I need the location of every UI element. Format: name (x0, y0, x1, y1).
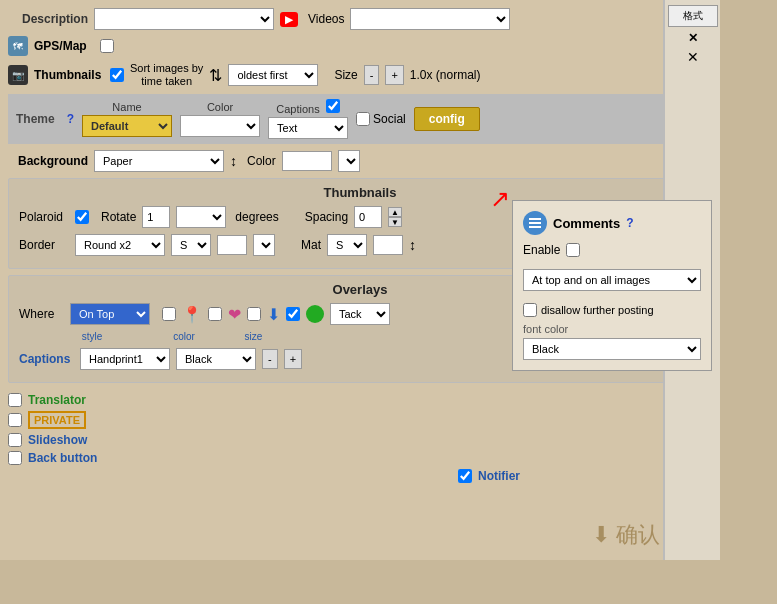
background-select[interactable]: Paper (94, 150, 224, 172)
captions-label-ov: Captions (19, 352, 74, 366)
description-label: Description (8, 12, 88, 26)
size-label-overlay: size (241, 331, 266, 342)
captions-select[interactable]: Text (268, 117, 348, 139)
color-select[interactable] (180, 115, 260, 137)
name-select[interactable]: Default (82, 115, 172, 137)
theme-label: Theme (16, 112, 55, 126)
hamburger-line2 (529, 222, 541, 224)
rotate-label: Rotate (101, 210, 136, 224)
back-button-checkbox[interactable] (8, 451, 22, 465)
polaroid-checkbox[interactable] (75, 210, 89, 224)
bg-color-select[interactable] (338, 150, 360, 172)
hamburger-line3 (529, 226, 541, 228)
translator-checkbox[interactable] (8, 393, 22, 407)
thumbnails-checkbox[interactable] (110, 68, 124, 82)
spacing-label: Spacing (305, 210, 348, 224)
captions-minus-button[interactable]: - (262, 349, 278, 369)
hamburger-line1 (529, 218, 541, 220)
background-row: Background Paper ↕ Color (8, 150, 712, 172)
slideshow-row: Slideshow (8, 433, 712, 447)
thumbnails-header-row: 📷 Thumbnails Sort images by time taken ⇅… (8, 62, 712, 88)
overlay-check1[interactable] (162, 307, 176, 321)
heart-icon: ❤ (228, 305, 241, 324)
color-label: Color (247, 154, 276, 168)
rotate-input[interactable] (142, 206, 170, 228)
sort-select[interactable]: oldest first (228, 64, 318, 86)
name-col: Name Default (82, 101, 172, 137)
hamburger-icon (523, 211, 547, 235)
spacing-spinner[interactable]: ▲ ▼ (388, 207, 402, 227)
mat-label: Mat (301, 238, 321, 252)
disallow-row: disallow further posting (523, 303, 701, 317)
download-icon: ⬇ (267, 305, 280, 324)
gps-checkbox[interactable] (100, 39, 114, 53)
overlay-check3[interactable] (247, 307, 261, 321)
spacing-input[interactable] (354, 206, 382, 228)
polaroid-label: Polaroid (19, 210, 69, 224)
border-label: Border (19, 238, 69, 252)
private-label: PRIVATE (28, 411, 86, 429)
border-select[interactable]: Round x2 (75, 234, 165, 256)
enable-checkbox[interactable] (566, 243, 580, 257)
private-checkbox[interactable] (8, 413, 22, 427)
comments-title-text: Comments (553, 216, 620, 231)
style-label: style (72, 331, 112, 342)
size-plus-button[interactable]: + (385, 65, 403, 85)
comments-panel: Comments ? Enable At top and on all imag… (512, 200, 712, 371)
theme-question-mark[interactable]: ? (67, 112, 74, 126)
pin-icon: 📍 (182, 305, 202, 324)
border-size-select[interactable]: S (171, 234, 211, 256)
videos-select[interactable] (350, 8, 510, 30)
background-label: Background (8, 154, 88, 168)
font-color-select[interactable]: Black (523, 338, 701, 360)
overlay-check4[interactable] (286, 307, 300, 321)
border-color-select[interactable] (253, 234, 275, 256)
captions-plus-button[interactable]: + (284, 349, 302, 369)
comments-dropdown[interactable]: At top and on all images (523, 269, 701, 291)
gps-label: GPS/Map (34, 39, 94, 53)
description-select[interactable] (94, 8, 274, 30)
description-row: Description ▶ Videos (8, 8, 712, 30)
gps-icon: 🗺 (8, 36, 28, 56)
degrees-label: degrees (235, 210, 278, 224)
sidebar-close-icon[interactable]: ✕ (688, 31, 698, 45)
name-col-label: Name (112, 101, 141, 113)
overlay-check2[interactable] (208, 307, 222, 321)
config-button[interactable]: config (414, 107, 480, 131)
social-check: Social (356, 112, 406, 126)
notifier-checkbox[interactable] (458, 469, 472, 483)
social-checkbox[interactable] (356, 112, 370, 126)
gps-row: 🗺 GPS/Map (8, 36, 712, 56)
videos-label: Videos (308, 12, 344, 26)
private-row: PRIVATE (8, 411, 712, 429)
disallow-checkbox[interactable] (523, 303, 537, 317)
green-circle-icon (306, 305, 324, 323)
captions-style-select[interactable]: Handprint1 (80, 348, 170, 370)
captions-checkbox[interactable] (326, 99, 340, 113)
size-minus-button[interactable]: - (364, 65, 380, 85)
captions-color-select[interactable]: Black (176, 348, 256, 370)
back-button-label: Back button (28, 451, 97, 465)
comments-question-mark[interactable]: ? (626, 216, 633, 230)
mat-size-select[interactable]: S (327, 234, 367, 256)
arrow-indicator: ↗ (490, 185, 510, 213)
sidebar-format-btn[interactable]: 格式 (668, 5, 718, 27)
main-panel: Description ▶ Videos 🗺 GPS/Map 📷 Thumbna… (0, 0, 720, 560)
back-button-row: Back button (8, 451, 712, 465)
where-label: Where (19, 307, 64, 321)
youtube-icon: ▶ (280, 12, 298, 27)
where-select[interactable]: On Top (70, 303, 150, 325)
size-value: 1.0x (normal) (410, 68, 481, 82)
translator-label: Translator (28, 393, 86, 407)
spacing-up[interactable]: ▲ (388, 207, 402, 217)
size-label: Size (334, 68, 357, 82)
translator-row: Translator (8, 393, 712, 407)
bg-arrows-icon: ↕ (230, 153, 237, 169)
slideshow-checkbox[interactable] (8, 433, 22, 447)
rotate-select[interactable] (176, 206, 226, 228)
enable-row: Enable (523, 243, 701, 257)
bottom-image-area: ⬇ 确认 (592, 520, 660, 550)
tack-select[interactable]: Tack (330, 303, 390, 325)
spacing-down[interactable]: ▼ (388, 217, 402, 227)
slideshow-label: Slideshow (28, 433, 87, 447)
